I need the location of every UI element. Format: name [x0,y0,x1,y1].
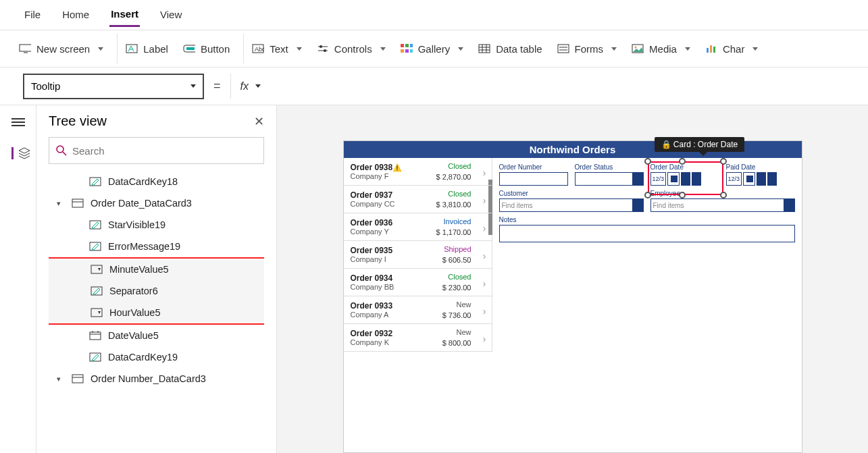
tree-item[interactable]: Separator6 [50,280,263,302]
chevron-right-icon: › [483,167,486,178]
notes-input[interactable] [499,225,795,242]
ribbon-forms[interactable]: Forms [557,43,617,55]
tree-view-icon[interactable] [11,147,25,159]
forms-icon [557,43,569,54]
formula-input[interactable]: fx [230,74,845,99]
order-list[interactable]: Order 0938⚠️Company FClosed$ 2,870.00›Or… [344,158,492,352]
tree-item[interactable]: Order Date_DataCard3 [49,192,264,214]
tree-item-label: DataCardKey18 [108,176,178,187]
order-status: Closed [448,190,471,198]
order-status-label: Order Status [575,163,644,171]
tree-search-input[interactable] [72,145,257,157]
canvas: 🔒 Card : Order Date Northwind Orders Ord… [277,105,868,453]
tree-item-label: DateValue5 [108,330,159,341]
order-list-item[interactable]: Order 0935Company IShipped$ 606.50› [344,241,492,269]
selection-handles[interactable] [648,161,723,195]
ribbon-data-table[interactable]: Data table [478,43,542,55]
ribbon-charts[interactable]: Char [705,43,759,55]
order-status: New [456,328,471,336]
property-dropdown[interactable]: Tooltip [23,74,204,99]
tree-item[interactable]: DataCardKey19 [49,346,264,368]
menu-home[interactable]: Home [61,3,91,26]
order-list-item[interactable]: Order 0937Company CCClosed$ 3,810.00› [344,186,492,213]
tree-search[interactable] [49,137,264,164]
order-list-item[interactable]: Order 0938⚠️Company FClosed$ 2,870.00› [344,158,492,186]
svg-rect-32 [90,178,101,186]
pencil-icon [89,352,101,362]
chevron-right-icon: › [483,278,486,289]
paid-date-picker[interactable] [743,172,755,186]
chevron-right-icon: › [483,306,486,317]
ribbon-media[interactable]: Media [632,43,690,55]
svg-rect-14 [401,49,404,53]
chevron-right-icon: › [483,223,486,234]
ribbon-button[interactable]: Button [183,43,230,55]
hamburger-icon[interactable] [11,116,25,128]
ribbon-controls[interactable]: Controls [317,43,386,55]
tree-item[interactable]: ErrorMessage19 [49,236,264,257]
order-price: $ 1,170.00 [436,228,471,236]
svg-rect-45 [72,375,83,383]
order-price: $ 736.00 [442,311,471,319]
tree-item[interactable]: DataCardKey18 [49,171,264,192]
dropdown-icon [91,308,103,317]
order-list-item[interactable]: Order 0934Company BBClosed$ 230.00› [344,269,492,296]
dropdown-icon [91,265,103,274]
ribbon-text-label: Text [270,43,288,55]
tree-item-label: StarVisible19 [108,219,165,230]
calendar-icon [89,331,101,340]
tree-item[interactable]: MinuteValue5 [50,259,263,280]
ribbon: New screen Label Button Abc Text Control… [0,30,868,68]
svg-rect-4 [186,47,195,50]
order-status-select[interactable] [575,172,644,186]
order-list-item[interactable]: Order 0933Company ANew$ 736.00› [344,296,492,324]
charts-icon [705,43,717,54]
label-icon [126,43,138,54]
svg-rect-29 [713,47,715,53]
order-status: Shipped [444,245,471,253]
svg-rect-15 [405,49,409,53]
order-list-item[interactable]: Order 0932Company KNew$ 800.00› [344,324,492,352]
menu-view[interactable]: View [159,3,183,26]
expand-icon[interactable] [57,375,65,383]
tree-item[interactable]: HourValue5 [50,302,263,323]
tree-item[interactable]: Order Number_DataCard3 [49,368,264,390]
tree-item-label: ErrorMessage19 [108,241,180,252]
ribbon-text[interactable]: Abc Text [252,43,302,55]
svg-rect-36 [90,242,101,250]
order-number-input[interactable] [499,172,568,186]
svg-rect-16 [410,49,413,53]
svg-rect-11 [401,44,404,47]
order-number-label: Order Number [499,163,568,171]
paid-date-hour[interactable] [757,172,766,186]
order-price: $ 800.00 [442,339,471,347]
close-icon[interactable]: ✕ [254,114,264,129]
tree-list[interactable]: DataCardKey18Order Date_DataCard3StarVis… [49,171,264,390]
customer-select[interactable]: Find items [499,198,644,212]
ribbon-label[interactable]: Label [126,43,168,55]
paid-date-minute[interactable] [767,172,777,186]
expand-icon[interactable] [57,199,65,208]
chevron-right-icon: › [483,195,486,206]
equals-sign: = [213,79,221,93]
order-price: $ 230.00 [442,284,471,292]
ribbon-new-screen[interactable]: New screen [19,43,103,55]
button-icon [183,43,195,54]
svg-point-8 [320,45,322,48]
tree-item[interactable]: StarVisible19 [49,214,264,236]
chevron-right-icon: › [483,250,486,261]
employee-select[interactable]: Find items [650,198,795,212]
menu-bar: File Home Insert View [0,0,868,30]
order-status: Invoiced [444,217,471,225]
order-list-item[interactable]: Order 0936Company YInvoiced$ 1,170.00› [344,213,492,241]
fx-icon: fx [240,80,249,92]
ribbon-gallery[interactable]: Gallery [401,43,464,55]
tree-item-label: DataCardKey19 [108,352,178,363]
menu-insert[interactable]: Insert [109,3,140,27]
menu-file[interactable]: File [23,3,42,26]
paid-date-value[interactable]: 12/3 [726,172,742,186]
pencil-icon [91,286,103,296]
tree-item[interactable]: DateValue5 [49,325,264,346]
side-rail [0,105,36,453]
ribbon-forms-label: Forms [575,43,604,55]
